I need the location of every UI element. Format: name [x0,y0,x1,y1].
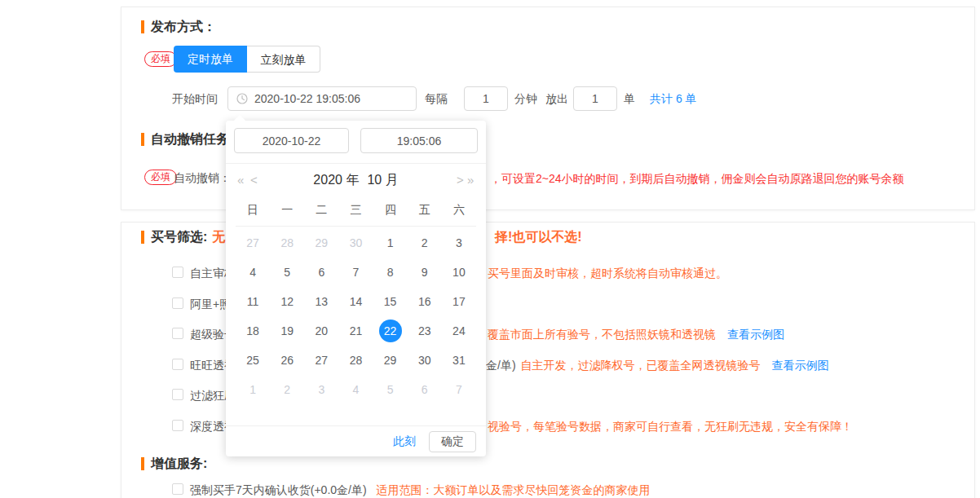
calendar-day[interactable]: 19 [270,316,304,346]
prev-year-icon[interactable]: « [237,164,244,196]
calendar-day[interactable]: 27 [304,346,338,375]
weekday-label: 二 [304,203,338,218]
time-input[interactable] [360,128,478,153]
value-added-row: 强制买手7天内确认收货(+0.0金/单) 适用范围：大额订单以及需求尽快回笼资金… [121,482,974,498]
calendar-panel: « < 2020 年 10 月 > » 日一二三四五六 272829301234… [226,163,486,404]
filter-desc: 视验号，每笔验号数据，商家可自行查看，无狂刷无违规，安全有保障！ [488,418,853,434]
checkbox[interactable] [172,420,183,431]
calendar-day[interactable]: 8 [373,258,408,287]
filter-desc: 买号里面及时审核，超时系统将自动审核通过。 [488,265,727,281]
picker-footer: 此刻 确定 [226,425,486,456]
calendar-day[interactable]: 26 [270,346,304,375]
section-bar [141,133,144,146]
buyer-filter-section-header: 买号筛选: 无 [141,229,225,245]
section-bar [141,457,144,470]
release-prefix-label: 放出 [545,86,568,111]
checkbox[interactable] [172,483,183,495]
weekday-label: 日 [236,203,270,218]
calendar-day[interactable]: 4 [236,258,270,287]
calendar-day[interactable]: 5 [270,258,304,287]
calendar-day[interactable]: 27 [236,228,270,258]
date-input[interactable] [234,128,349,153]
calendar-day[interactable]: 3 [304,375,338,404]
section-bar [141,20,144,33]
weekday-label: 一 [270,203,304,218]
tab-immediate-release[interactable]: 立刻放单 [247,46,320,73]
filter-label: 阿里+照 [190,296,231,312]
ok-button[interactable]: 确定 [429,431,476,452]
checkbox[interactable] [172,359,183,370]
auto-cancel-section-title: 自动撤销任务 [151,131,229,148]
calendar-day[interactable]: 2 [408,228,442,258]
calendar-day[interactable]: 10 [442,258,476,287]
calendar-day[interactable]: 30 [338,228,373,258]
calendar-day[interactable]: 6 [408,375,442,404]
value-added-section-title: 增值服务: [151,456,207,473]
calendar-day[interactable]: 7 [338,258,373,287]
calendar-day[interactable]: 13 [304,287,338,316]
start-time-input[interactable]: 2020-10-22 19:05:06 [227,86,417,111]
calendar-day[interactable]: 24 [442,316,476,346]
calendar-day[interactable]: 29 [304,228,338,258]
calendar-day[interactable]: 4 [338,375,373,404]
required-badge: 必填 [144,51,177,67]
datetime-picker-popup: « < 2020 年 10 月 > » 日一二三四五六 272829301234… [226,121,486,456]
calendar-day[interactable]: 14 [338,287,373,316]
value-added-label: 强制买手7天内确认收货(+0.0金/单) 适用范围：大额订单以及需求尽快回笼资金… [190,482,651,498]
year-select[interactable]: 2020 年 [313,172,359,189]
calendar-day[interactable]: 2 [270,375,304,404]
release-unit-label: 单 [624,86,635,111]
example-link[interactable]: 查看示例图 [727,326,784,342]
calendar-day[interactable]: 1 [373,228,408,258]
page: 发布方式： 必填 定时放单 立刻放单 开始时间 2020-10-22 19:05… [0,0,980,498]
calendar-day[interactable]: 20 [304,316,338,346]
calendar-day[interactable]: 1 [236,375,270,404]
calendar-day[interactable]: 28 [338,346,373,375]
prev-month-icon[interactable]: < [250,164,258,196]
publish-section-header: 发布方式： [141,19,216,35]
buyer-filter-section-title: 买号筛选: [151,229,207,246]
calendar-day[interactable]: 9 [408,258,442,287]
interval-input[interactable] [464,86,508,111]
interval-prefix-label: 每隔 [425,86,448,111]
calendar-day[interactable]: 23 [408,316,442,346]
calendar-day[interactable]: 18 [236,316,270,346]
next-month-icon[interactable]: > [457,164,464,196]
start-time-label: 开始时间 [172,86,218,111]
value-added-desc: 适用范围：大额订单以及需求尽快回笼资金的商家使用 [377,483,651,496]
auto-cancel-section-header: 自动撤销任务 [141,131,229,148]
calendar-day[interactable]: 7 [442,375,476,404]
calendar-day[interactable]: 31 [442,346,476,375]
checkbox[interactable] [172,267,183,278]
calendar-day[interactable]: 29 [373,346,408,375]
calendar-day[interactable]: 21 [338,316,373,346]
checkbox[interactable] [172,297,183,309]
example-link[interactable]: 查看示例图 [772,357,829,373]
calendar-day[interactable]: 6 [304,258,338,287]
calendar-day[interactable]: 25 [236,346,270,375]
calendar-day[interactable]: 5 [373,375,408,404]
required-badge: 必填 [144,170,177,185]
weekday-label: 四 [373,203,408,218]
calendar-day[interactable]: 28 [270,228,304,258]
calendar-day[interactable]: 15 [373,287,408,316]
calendar-day[interactable]: 30 [408,346,442,375]
tab-scheduled-release[interactable]: 定时放单 [174,46,247,73]
calendar-day[interactable]: 12 [270,287,304,316]
checkbox[interactable] [172,328,183,339]
calendar-day[interactable]: 11 [236,287,270,316]
checkbox[interactable] [172,389,183,400]
calendar-day[interactable]: 22 [373,316,408,346]
filter-desc-prefix: 金/单) [486,357,516,373]
start-time-value: 2020-10-22 19:05:06 [254,92,360,105]
release-count-input[interactable] [573,86,617,111]
filter-desc: 自主开发，过滤降权号，已覆盖全网透视镜验号 [521,357,761,373]
month-select[interactable]: 10 月 [367,172,398,189]
calendar-day[interactable]: 17 [442,287,476,316]
now-link[interactable]: 此刻 [393,434,416,449]
calendar-day[interactable]: 3 [442,228,476,258]
calendar-day[interactable]: 16 [408,287,442,316]
next-year-icon[interactable]: » [467,164,474,196]
buyer-filter-subtitle-left: 无 [212,229,225,246]
publish-mode-tabs: 定时放单 立刻放单 [174,46,320,73]
